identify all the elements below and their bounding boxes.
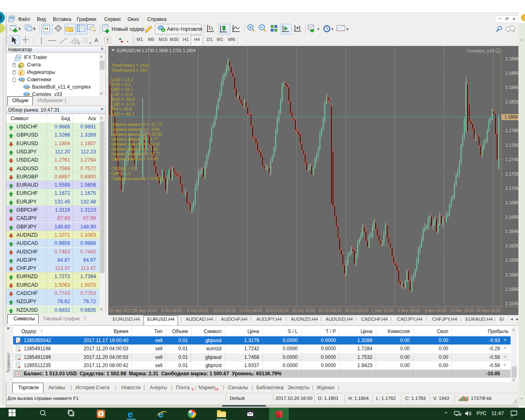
svg-text:1.1645: 1.1645 (505, 229, 518, 234)
svg-text:10 Oct 16:00: 10 Oct 16:00 (212, 308, 236, 313)
svg-text:13 Oct 08:00: 13 Oct 08:00 (239, 308, 262, 313)
svg-text:AUD = -35.8: AUD = -35.8 (111, 97, 135, 102)
svg-text:1.1885: 1.1885 (505, 56, 518, 61)
svg-text:Ширина канала 3 = 4.77: Ширина канала 3 = 4.77 (111, 137, 158, 142)
svg-text:1.1625: 1.1625 (505, 243, 518, 248)
svg-text:16 Nov 08:00: 16 Nov 08:00 (476, 308, 501, 313)
svg-text:1.1845: 1.1845 (505, 85, 518, 90)
svg-text:1 Nov 16:00: 1 Nov 16:00 (372, 308, 394, 313)
svg-text:USD = 12.2: USD = 12.2 (111, 78, 133, 82)
svg-text:18 Oct 00:00: 18 Oct 00:00 (265, 308, 289, 313)
svg-text:1.1665: 1.1665 (505, 215, 518, 219)
svg-text:25 Oct 08:00: 25 Oct 08:00 (318, 308, 342, 313)
svg-text:1.1705: 1.1705 (505, 186, 518, 191)
svg-text:Ширина канала 0 = -31.72: Ширина канала 0 = -31.72 (111, 122, 162, 127)
svg-text:1.1685: 1.1685 (505, 200, 518, 205)
svg-text:GBP = 29.7: GBP = 29.7 (111, 87, 133, 92)
svg-text:1.1745: 1.1745 (505, 157, 518, 162)
svg-text:1.1804: 1.1804 (504, 114, 518, 119)
svg-text:Ширина канала 7 = 8.80: Ширина канала 7 = 8.80 (111, 157, 158, 161)
svg-text:GAP = 1.0: GAP = 1.0 (111, 171, 131, 176)
svg-text:6 Oct 00:00: 6 Oct 00:00 (187, 308, 208, 313)
svg-text:CAD = -12.6: CAD = -12.6 (111, 102, 135, 107)
svg-text:F: F (89, 41, 91, 45)
svg-text:13 Nov 16:00: 13 Nov 16:00 (450, 308, 474, 313)
svg-text:Ширина канала 6 = 22.77: Ширина канала 6 = 22.77 (111, 152, 161, 156)
svg-text:1.1585: 1.1585 (505, 272, 518, 277)
svg-text:e: e (158, 409, 164, 419)
svg-text:3 Oct 08:00: 3 Oct 08:00 (161, 308, 182, 313)
svg-text:1.1865: 1.1865 (505, 71, 518, 75)
svg-text:Середина канала = 0,0021: Середина канала = 0,0021 (111, 176, 164, 181)
svg-text:1.1785: 1.1785 (505, 128, 518, 133)
svg-text:Ширина канала 2 = -15.60: Ширина канала 2 = -15.60 (111, 132, 162, 137)
svg-text:CROSS = 0.0: CROSS = 0.0 (111, 167, 137, 171)
svg-text:9 Nov 00:00: 9 Nov 00:00 (425, 308, 447, 313)
svg-text:NZD = -48.1: NZD = -48.1 (111, 112, 135, 116)
svg-text:Ширина канала 1 = -3.84: Ширина канала 1 = -3.84 (111, 127, 160, 132)
svg-text:EURUSD,H4 1.1733 1.1806 1.173: EURUSD,H4 1.1733 1.1806 1.1731 1.1804 (117, 48, 196, 53)
svg-text:T: T (106, 38, 109, 43)
svg-text:Complex_v33: Complex_v33 (467, 48, 494, 53)
svg-text:6 Nov 08:00: 6 Nov 08:00 (398, 308, 420, 313)
svg-text:Ширина канала 5 = 1.49: Ширина канала 5 = 1.49 (111, 147, 158, 151)
svg-text:26 Sep 2017: 26 Sep 2017 (109, 308, 132, 313)
svg-text:EUR = 9.2: EUR = 9.2 (111, 82, 131, 87)
svg-text:E: E (78, 41, 80, 45)
svg-text:1.1765: 1.1765 (505, 143, 518, 148)
svg-text:1.1545: 1.1545 (505, 301, 518, 306)
svg-text:TimeFrame1 = 1440: TimeFrame1 = 1440 (111, 63, 149, 68)
svg-text:CHF = -5.4: CHF = -5.4 (111, 92, 132, 97)
svg-text:1.1725: 1.1725 (505, 171, 518, 176)
svg-text:Ширина канала 4 = 13.63: Ширина канала 4 = 13.63 (111, 142, 161, 146)
svg-text:28 Sep 16:00: 28 Sep 16:00 (132, 308, 157, 313)
svg-text:30 Oct 00:00: 30 Oct 00:00 (345, 308, 368, 313)
svg-text:e: e (128, 409, 133, 419)
svg-text:1.1825: 1.1825 (505, 99, 518, 104)
svg-text:JPY = 45.8: JPY = 45.8 (111, 107, 132, 112)
svg-text:1.1605: 1.1605 (505, 258, 518, 262)
svg-text:20 Oct 16:00: 20 Oct 16:00 (292, 308, 315, 313)
svg-text:TimeFrame3 = 240: TimeFrame3 = 240 (111, 68, 147, 73)
svg-text:1.1565: 1.1565 (505, 287, 518, 292)
